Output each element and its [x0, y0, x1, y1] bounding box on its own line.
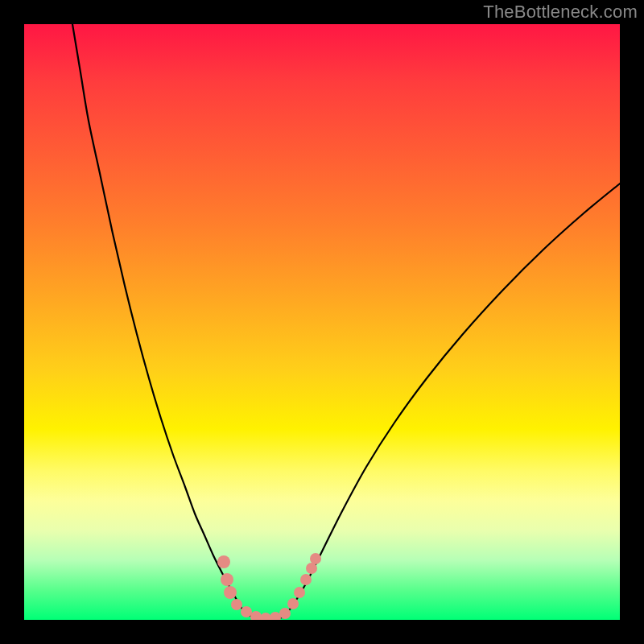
attribution-label: TheBottleneck.com [483, 2, 638, 23]
valley-marker [221, 573, 233, 586]
curve-svg [24, 24, 620, 620]
bottleneck-curve [72, 24, 620, 620]
plot-area [24, 24, 620, 620]
valley-marker [294, 587, 305, 598]
valley-marker [224, 586, 237, 599]
valley-marker [279, 608, 291, 619]
valley-marker [217, 555, 230, 568]
valley-marker [270, 612, 281, 620]
chart-frame: TheBottleneck.com [0, 0, 644, 644]
valley-marker [241, 606, 252, 617]
valley-marker [306, 563, 317, 574]
valley-marker [260, 613, 271, 620]
valley-markers-group [217, 553, 321, 620]
valley-marker [231, 599, 242, 610]
valley-marker [250, 611, 262, 620]
valley-marker [310, 553, 321, 564]
valley-marker [300, 574, 312, 585]
valley-marker [287, 598, 299, 609]
